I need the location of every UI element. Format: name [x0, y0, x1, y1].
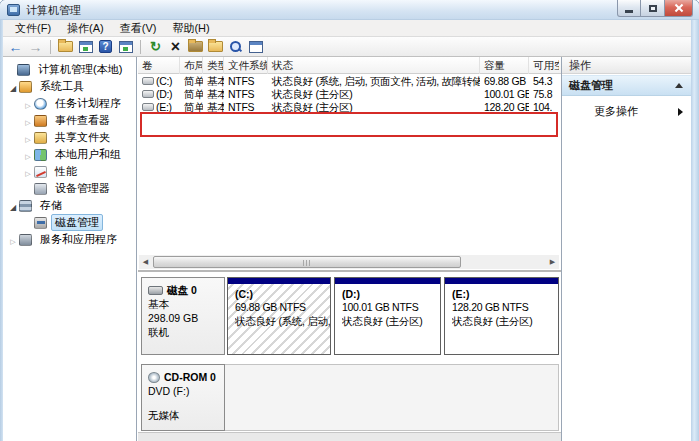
tree-item-local-users-groups[interactable]: 本地用户和组: [3, 146, 136, 163]
chevron-up-icon[interactable]: [675, 83, 683, 88]
tree-item-task-scheduler[interactable]: 任务计划程序: [3, 95, 136, 112]
partition-c[interactable]: (C:) 69.88 GB NTFS 状态良好 (系统, 启动, 页面文件, 活…: [227, 277, 331, 355]
cdrom-0-name: CD-ROM 0: [164, 370, 216, 384]
expand-collapse-icon[interactable]: [22, 132, 34, 144]
device-manager-icon: [34, 183, 47, 195]
event-viewer-icon: [34, 115, 47, 127]
disk-management-icon: [34, 217, 47, 229]
properties-folder-icon[interactable]: [188, 41, 203, 52]
open-folder-icon[interactable]: [208, 41, 223, 52]
column-status[interactable]: 状态: [268, 57, 480, 74]
services-icon: [19, 234, 32, 246]
more-actions-label: 更多操作: [594, 104, 638, 119]
cdrom-0-media: 无媒体: [148, 408, 224, 422]
delete-icon[interactable]: [167, 39, 184, 55]
menu-help[interactable]: 帮助(H): [164, 20, 217, 37]
disk-0-label[interactable]: 磁盘 0 基本 298.09 GB 联机: [141, 277, 225, 355]
disk-0-status: 联机: [148, 325, 224, 339]
actions-section-disk-management[interactable]: 磁盘管理: [562, 75, 691, 96]
chevron-right-icon: [678, 108, 683, 116]
cdrom-media-area[interactable]: [225, 364, 559, 431]
tree-item-shared-folders[interactable]: 共享文件夹: [3, 129, 136, 146]
more-actions-item[interactable]: 更多操作: [562, 103, 691, 120]
forward-icon[interactable]: [27, 39, 44, 55]
show-action-pane-icon[interactable]: [119, 41, 133, 53]
tree-item-performance[interactable]: 性能: [3, 163, 136, 180]
close-button[interactable]: [665, 0, 693, 17]
partition-e[interactable]: (E:) 128.20 GB NTFS 状态良好 (主分区): [444, 277, 559, 355]
console-window-icon[interactable]: [79, 41, 93, 53]
primary-partition-stripe: [228, 278, 330, 284]
toolbar-separator: [140, 40, 141, 54]
help-icon[interactable]: ?: [99, 40, 112, 53]
column-free-space[interactable]: 可用空间: [529, 57, 559, 74]
column-type[interactable]: 类型: [203, 57, 224, 74]
close-icon: [674, 3, 684, 13]
expand-collapse-icon[interactable]: [22, 98, 34, 110]
toolbar-separator: [50, 40, 51, 54]
volume-list-header: 卷 布局 类型 文件系统 状态 容量 可用空间: [138, 57, 561, 74]
expand-collapse-icon[interactable]: [22, 115, 34, 127]
primary-partition-stripe: [445, 278, 558, 284]
disk-0-type: 基本: [148, 297, 224, 311]
minimize-button[interactable]: [617, 0, 641, 17]
window-title: 计算机管理: [26, 3, 81, 18]
actions-header: 操作: [562, 57, 691, 74]
storage-icon: [19, 200, 32, 212]
scrollbar-thumb[interactable]: [153, 256, 461, 268]
tree-item-device-manager[interactable]: 设备管理器: [3, 180, 136, 197]
local-users-groups-icon: [34, 149, 47, 161]
scroll-right-icon[interactable]: ▶: [546, 256, 559, 269]
maximize-button[interactable]: [641, 0, 665, 17]
expand-collapse-icon[interactable]: [7, 200, 19, 212]
highlight-annotation: [140, 112, 558, 137]
title-bar[interactable]: 计算机管理: [0, 0, 699, 20]
console-tree-panel: 计算机管理(本地) 系统工具 任务计划程序 事件查看器 共享文件夹 本地用户和组: [3, 57, 137, 441]
disk-0-name: 磁盘 0: [167, 283, 197, 297]
task-scheduler-icon: [34, 98, 47, 110]
expand-collapse-icon[interactable]: [22, 149, 34, 161]
menu-file[interactable]: 文件(F): [7, 20, 59, 37]
column-layout[interactable]: 布局: [180, 57, 203, 74]
disk-management-panel: 卷 布局 类型 文件系统 状态 容量 可用空间 (C:) 简单 基本 NTFS …: [138, 57, 561, 441]
column-volume[interactable]: 卷: [138, 57, 180, 74]
actions-panel: 操作 磁盘管理 更多操作: [561, 57, 691, 441]
expand-collapse-icon[interactable]: [7, 81, 19, 93]
expand-collapse-icon[interactable]: [22, 166, 34, 178]
menu-action[interactable]: 操作(A): [59, 20, 112, 37]
cdrom-0-drive: DVD (F:): [148, 384, 224, 398]
menu-view[interactable]: 查看(V): [112, 20, 165, 37]
maximize-icon: [649, 5, 657, 12]
cdrom-0-label[interactable]: CD-ROM 0 DVD (F:) 无媒体: [141, 364, 225, 431]
tree-item-event-viewer[interactable]: 事件查看器: [3, 112, 136, 129]
window-border-right: [691, 20, 699, 441]
shared-folders-icon: [34, 132, 47, 144]
disk-0-size: 298.09 GB: [148, 311, 224, 325]
tree-item-disk-management[interactable]: 磁盘管理: [3, 214, 136, 231]
volume-row-d[interactable]: (D:) 简单 基本 NTFS 状态良好 (主分区) 100.01 GB 75.…: [138, 88, 561, 101]
horizontal-scrollbar[interactable]: ◀ ▶: [139, 255, 559, 269]
tree-item-computer-management[interactable]: 计算机管理(本地): [3, 61, 136, 78]
bottom-strip: [138, 432, 561, 441]
volume-row-c[interactable]: (C:) 简单 基本 NTFS 状态良好 (系统, 启动, 页面文件, 活动, …: [138, 75, 561, 88]
cdrom-icon: [148, 372, 160, 383]
window-controls: [617, 0, 693, 17]
column-filesystem[interactable]: 文件系统: [224, 57, 268, 74]
scroll-left-icon[interactable]: ◀: [139, 256, 152, 269]
find-icon[interactable]: [229, 40, 242, 53]
tree-item-services-applications[interactable]: 服务和应用程序: [3, 231, 136, 248]
tree-item-storage[interactable]: 存储: [3, 197, 136, 214]
volume-list: 卷 布局 类型 文件系统 状态 容量 可用空间 (C:) 简单 基本 NTFS …: [138, 57, 561, 270]
show-console-tree-icon[interactable]: [58, 41, 73, 52]
menu-bar: 文件(F) 操作(A) 查看(V) 帮助(H): [3, 20, 691, 37]
console-options-icon[interactable]: [249, 41, 263, 53]
partition-d[interactable]: (D:) 100.01 GB NTFS 状态良好 (主分区): [334, 277, 441, 355]
app-icon: [7, 4, 20, 16]
refresh-icon[interactable]: [147, 39, 164, 55]
tree-item-system-tools[interactable]: 系统工具: [3, 78, 136, 95]
expand-collapse-icon[interactable]: [7, 234, 19, 246]
system-tools-icon: [19, 81, 32, 93]
back-icon[interactable]: [7, 39, 24, 55]
graphical-view: 磁盘 0 基本 298.09 GB 联机 (C:) 69.88 GB NTFS …: [138, 270, 561, 441]
column-capacity[interactable]: 容量: [480, 57, 529, 74]
